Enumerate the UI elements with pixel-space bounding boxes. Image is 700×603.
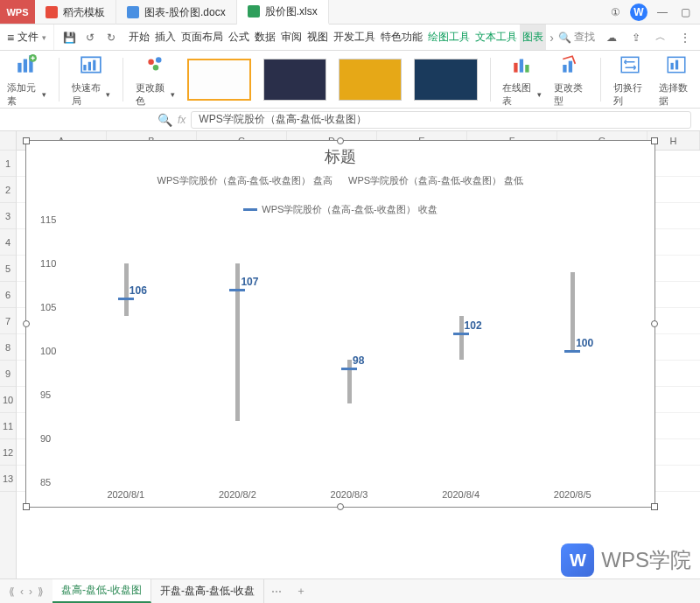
row-header[interactable]: 8 (0, 334, 16, 361)
quick-layout-button[interactable]: 快速布局▾ (72, 52, 111, 108)
close-marker (564, 350, 580, 353)
ribbon-tab-formula[interactable]: 公式 (226, 25, 252, 50)
resize-handle[interactable] (337, 503, 344, 510)
ribbon-tab-charttools[interactable]: 图表 (520, 25, 546, 50)
legend-marker-icon (243, 208, 257, 211)
collapse-ribbon-icon[interactable]: ︿ (653, 30, 668, 46)
ribbon-tab-texttools[interactable]: 文本工具 (472, 25, 520, 50)
resize-handle[interactable] (651, 503, 658, 510)
ribbon-tab-start[interactable]: 开始 (126, 25, 152, 50)
chart-object[interactable]: 标题 WPS学院股价（盘高-盘低-收盘图） 盘高 WPS学院股价（盘高-盘低-收… (25, 140, 655, 508)
undo-icon[interactable]: ↺ (82, 30, 98, 46)
share-icon[interactable]: ⇪ (628, 30, 644, 46)
x-axis-tick: 2020/8/3 (331, 489, 368, 500)
chart-title[interactable]: 标题 (26, 141, 654, 167)
file-tab-docx[interactable]: 图表-股价图.docx (116, 0, 237, 25)
doc-icon (127, 6, 139, 18)
switch-rowcol-button[interactable]: 切换行列 (613, 52, 648, 108)
row-header[interactable]: 3 (0, 203, 16, 229)
sheet-nav: ⟪ ‹ › ⟫ (0, 585, 52, 598)
title-bar: WPS 稻壳模板 图表-股价图.docx 股价图.xlsx ① W — ▢ (0, 0, 700, 25)
ribbon-tab-drawtools[interactable]: 绘图工具 (425, 25, 472, 50)
ribbon-tab-feature[interactable]: 特色功能 (378, 25, 425, 50)
file-menu[interactable]: ≡ 文件 ▾ (0, 25, 54, 50)
row-header[interactable]: 4 (0, 229, 16, 256)
ribbon-tab-view[interactable]: 视图 (304, 25, 331, 50)
chevron-down-icon: ▾ (537, 90, 542, 99)
row-header[interactable]: 12 (0, 439, 16, 466)
magnifier-icon[interactable]: 🔍 (158, 113, 172, 127)
chart-style-4[interactable] (414, 59, 477, 101)
cloud-icon[interactable]: ☁ (604, 30, 620, 46)
change-type-button[interactable]: 更改类型 (554, 52, 588, 108)
add-element-button[interactable]: 添加元素▾ (7, 52, 46, 108)
ribbon-tab-insert[interactable]: 插入 (152, 25, 178, 50)
ribbon-tab-data[interactable]: 数据 (252, 25, 278, 50)
chart-legend[interactable]: WPS学院股价（盘高-盘低-收盘图） 盘高 WPS学院股价（盘高-盘低-收盘图）… (26, 167, 654, 220)
title-right-controls: ① W — ▢ (607, 0, 700, 24)
update-icon[interactable]: ① (607, 4, 623, 20)
ribbon-scroll-right-icon[interactable]: › (546, 25, 557, 50)
y-axis-tick: 110 (40, 258, 56, 269)
resize-handle[interactable] (337, 137, 344, 144)
save-icon[interactable]: 💾 (61, 30, 77, 46)
data-label: 107 (241, 276, 258, 288)
resize-handle[interactable] (651, 137, 658, 144)
resize-handle[interactable] (651, 320, 658, 327)
chart-style-2[interactable] (263, 59, 326, 101)
row-header[interactable]: 11 (0, 413, 16, 439)
sheet-nav-last-icon[interactable]: ⟫ (38, 585, 44, 598)
file-tab-xlsx[interactable]: 股价图.xlsx (237, 0, 329, 25)
row-header[interactable]: 9 (0, 361, 16, 387)
close-marker (453, 333, 469, 335)
watermark-text: WPS学院 (601, 546, 691, 574)
sheet-tab-hlc[interactable]: 盘高-盘低-收盘图 (52, 579, 151, 603)
row-header[interactable]: 10 (0, 387, 16, 413)
formula-bar: 🔍 fx (0, 109, 700, 131)
formula-input[interactable] (191, 111, 691, 129)
sheet-nav-prev-icon[interactable]: ‹ (20, 585, 24, 598)
row-header[interactable]: 2 (0, 177, 16, 203)
chevron-down-icon: ▾ (106, 90, 110, 99)
select-all-corner[interactable] (0, 131, 16, 151)
sheet-nav-first-icon[interactable]: ⟪ (9, 585, 15, 598)
ribbon-tab-devtools[interactable]: 开发工具 (331, 25, 378, 50)
group-label: 选择数据 (659, 81, 693, 108)
palette-icon (144, 53, 167, 76)
row-header[interactable]: 6 (0, 282, 16, 308)
row-header[interactable]: 1 (0, 151, 16, 177)
resize-handle[interactable] (23, 503, 30, 510)
ribbon-tabs: 开始 插入 页面布局 公式 数据 审阅 视图 开发工具 特色功能 绘图工具 文本… (126, 25, 557, 50)
online-chart-button[interactable]: 在线图表▾ (502, 52, 542, 108)
chart-style-3[interactable] (339, 59, 402, 101)
more-menu-icon[interactable]: ⋮ (677, 30, 693, 46)
resize-handle[interactable] (23, 137, 30, 144)
select-data-button[interactable]: 选择数据 (659, 52, 693, 108)
resize-handle[interactable] (23, 320, 30, 327)
sheet-nav-next-icon[interactable]: › (29, 585, 32, 598)
svg-rect-0 (18, 62, 22, 72)
sheet-tab-ohlc[interactable]: 开盘-盘高-盘低-收盘 (151, 579, 264, 603)
close-marker (229, 289, 245, 291)
y-axis-tick: 90 (40, 433, 51, 444)
row-header[interactable]: 13 (0, 466, 16, 492)
ribbon-tab-review[interactable]: 审阅 (278, 25, 304, 50)
change-color-button[interactable]: 更改颜色▾ (136, 52, 175, 108)
sheet-tab-more-icon[interactable]: ⋯ (264, 585, 289, 598)
chart-style-1[interactable] (187, 59, 251, 101)
sheet-tab-add-icon[interactable]: ＋ (289, 584, 313, 599)
separator (490, 58, 491, 102)
chart-plot-area[interactable]: 8590951001051101151062020/8/11072020/8/2… (70, 220, 628, 482)
group-label: 切换行列 (613, 81, 648, 108)
row-header[interactable]: 5 (0, 256, 16, 282)
maximize-icon[interactable]: ▢ (677, 4, 693, 20)
search-box[interactable]: 🔍 查找 (558, 30, 595, 45)
hlc-bar (235, 263, 240, 421)
ribbon-tab-pagelayout[interactable]: 页面布局 (178, 25, 226, 50)
chart-plus-icon (15, 53, 38, 76)
file-tab-template[interactable]: 稻壳模板 (35, 0, 116, 25)
user-avatar-icon[interactable]: W (630, 4, 648, 21)
redo-icon[interactable]: ↻ (103, 30, 119, 46)
row-header[interactable]: 7 (0, 308, 16, 334)
minimize-icon[interactable]: — (654, 4, 670, 20)
